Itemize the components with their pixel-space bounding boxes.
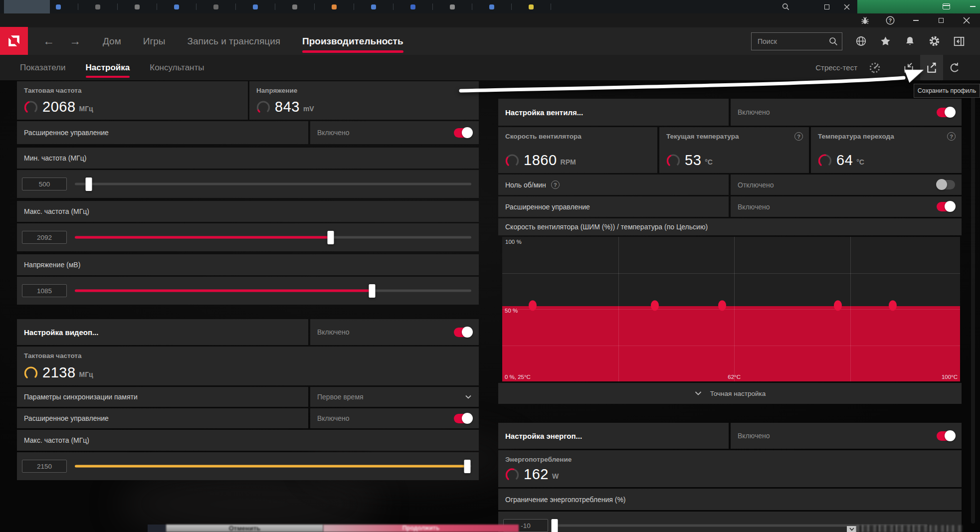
- stat-value: 162: [524, 466, 549, 483]
- tab-advisors[interactable]: Консультанты: [150, 55, 204, 80]
- max-frequency-slider: 2092: [17, 223, 479, 251]
- power-tuning-toggle[interactable]: [937, 431, 955, 441]
- help-icon[interactable]: [947, 132, 956, 141]
- browser-tab-favicon[interactable]: [529, 4, 534, 9]
- section-title: Настройка вентиля...: [505, 108, 583, 117]
- chart-label: 100°C: [942, 374, 958, 380]
- nav-item-performance[interactable]: Производительность: [302, 27, 403, 55]
- fine-tuning-row[interactable]: Точная настройка: [498, 383, 962, 404]
- amd-logo[interactable]: [0, 27, 28, 55]
- save-profile-icon[interactable]: [920, 55, 943, 80]
- stat-value: 53: [685, 152, 701, 169]
- gpu-voltage-stat: Напряжение 843 mV: [249, 81, 479, 120]
- fan-curve-point[interactable]: [718, 300, 726, 311]
- stat-unit: mV: [303, 105, 314, 113]
- browser-active-tab[interactable]: [4, 0, 50, 13]
- browser-tab-favicon[interactable]: [332, 4, 337, 9]
- slider-value-input[interactable]: 500: [22, 177, 67, 190]
- search-input[interactable]: [758, 37, 829, 45]
- browser-tab-favicon[interactable]: [489, 4, 494, 9]
- stat-label: Тактовая частота: [24, 352, 81, 359]
- fan-curve-point[interactable]: [889, 300, 897, 311]
- tab-tuning[interactable]: Настройка: [86, 55, 130, 80]
- slider-handle[interactable]: [369, 284, 376, 298]
- window-icon[interactable]: [943, 3, 950, 9]
- star-icon[interactable]: [880, 35, 891, 47]
- nav-item-games[interactable]: Игры: [143, 27, 166, 55]
- stat-label: Скорость вентилятора: [505, 133, 582, 140]
- browser-tab-favicon[interactable]: [450, 4, 455, 9]
- power-limit-label: Ограничение энергопотребления (%): [498, 489, 962, 510]
- globe-icon[interactable]: [855, 35, 867, 47]
- row-value: Включено: [738, 432, 770, 440]
- zero-rpm-toggle[interactable]: [937, 180, 955, 189]
- slider-value-input[interactable]: 2150: [22, 460, 67, 473]
- slider-handle[interactable]: [464, 460, 471, 473]
- help-icon[interactable]: ?: [885, 15, 895, 25]
- browser-tab-favicon[interactable]: [371, 4, 376, 9]
- browser-tab-favicon[interactable]: [292, 4, 297, 9]
- tab-separator: [551, 3, 551, 10]
- load-profile-icon[interactable]: [897, 55, 920, 80]
- memory-timing-dropdown[interactable]: Первое время: [310, 387, 479, 407]
- minimize-button[interactable]: [911, 15, 921, 25]
- gear-icon[interactable]: [929, 35, 940, 47]
- fan-tuning-toggle[interactable]: [937, 108, 955, 117]
- browser-tab-favicon[interactable]: [410, 4, 415, 9]
- slider-handle[interactable]: [327, 231, 334, 244]
- slider-track[interactable]: [75, 236, 471, 239]
- help-icon[interactable]: [794, 132, 803, 141]
- search-icon[interactable]: [780, 0, 791, 13]
- vram-tuning-header: Настройка видеоп... Включено: [17, 319, 479, 345]
- vram-advanced-toggle[interactable]: [454, 414, 472, 423]
- min-frequency-slider: 500: [17, 170, 479, 198]
- maximize-icon[interactable]: [821, 0, 833, 13]
- slider-value-input[interactable]: 2092: [22, 231, 67, 244]
- reset-profile-icon[interactable]: [943, 55, 966, 80]
- browser-tab-favicon[interactable]: [213, 4, 218, 9]
- forward-arrow-icon[interactable]: →: [69, 34, 81, 48]
- search-box[interactable]: [751, 32, 842, 50]
- vram-tuning-toggle[interactable]: [454, 328, 472, 337]
- close-button[interactable]: [962, 15, 972, 25]
- fan-curve-point[interactable]: [651, 300, 659, 311]
- slider-handle[interactable]: [85, 177, 92, 191]
- help-icon[interactable]: [551, 180, 560, 189]
- fan-curve-point[interactable]: [529, 300, 537, 311]
- browser-tab-favicons: [56, 0, 568, 13]
- scrollbar[interactable]: [971, 85, 975, 524]
- row-label: Расширенное управление: [24, 129, 109, 137]
- chevron-down-icon[interactable]: [847, 526, 856, 532]
- chevron-down-icon: [464, 393, 472, 401]
- slider-track[interactable]: [75, 290, 471, 292]
- chart-label: 100 %: [505, 239, 522, 245]
- stat-unit: W: [552, 472, 559, 480]
- stat-unit: RPM: [561, 158, 576, 166]
- browser-tab-favicon[interactable]: [174, 4, 179, 9]
- back-arrow-icon[interactable]: ←: [43, 34, 54, 48]
- slider-track[interactable]: [75, 183, 471, 185]
- continue-button[interactable]: Продолжить: [323, 525, 519, 532]
- close-icon[interactable]: [841, 0, 853, 13]
- gpu-advanced-toggle[interactable]: [454, 128, 472, 138]
- slider-value-input[interactable]: 1085: [22, 284, 67, 297]
- fan-curve-chart[interactable]: 100 %50 %0 %, 25°C62°C100°C: [502, 237, 960, 381]
- bell-icon[interactable]: [904, 35, 916, 47]
- collapse-panel-icon[interactable]: [953, 35, 965, 47]
- maximize-button[interactable]: [936, 15, 946, 25]
- cancel-button[interactable]: Отменить: [166, 525, 323, 532]
- bug-report-icon[interactable]: [860, 15, 870, 25]
- tab-separator: [78, 3, 78, 10]
- slider-track[interactable]: [75, 465, 471, 468]
- minimize-icon[interactable]: [970, 6, 976, 7]
- stress-test-gauge-icon[interactable]: [863, 55, 886, 80]
- fan-curve-point[interactable]: [834, 300, 842, 311]
- nav-item-record-stream[interactable]: Запись и трансляция: [188, 27, 281, 55]
- fan-advanced-toggle[interactable]: [937, 202, 955, 211]
- browser-tab-favicon[interactable]: [253, 4, 258, 9]
- tab-metrics[interactable]: Показатели: [20, 55, 66, 80]
- nav-item-home[interactable]: Дом: [103, 27, 121, 55]
- browser-tab-favicon[interactable]: [95, 4, 100, 9]
- browser-tab-favicon[interactable]: [135, 4, 140, 9]
- browser-tab-favicon[interactable]: [56, 4, 61, 9]
